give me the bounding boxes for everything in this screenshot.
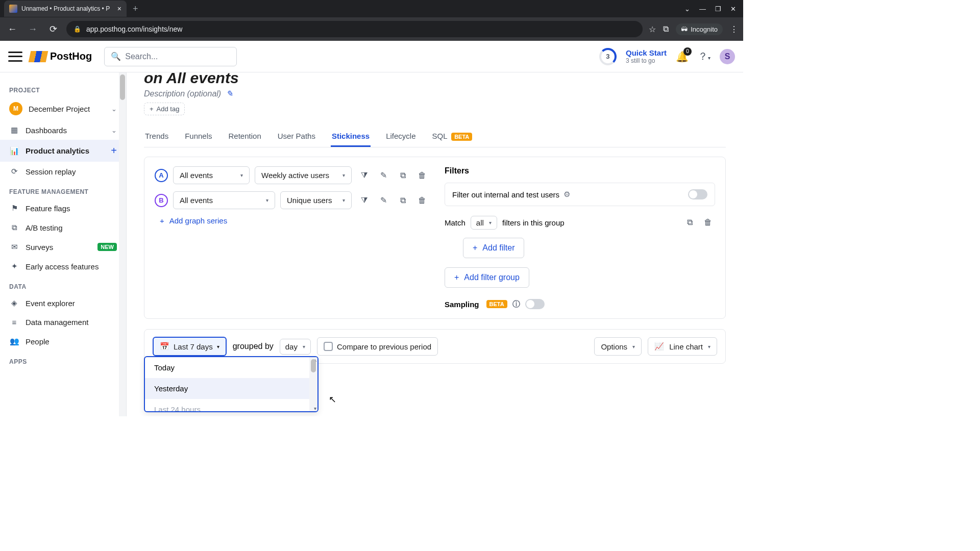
edit-icon[interactable]: ✎ (376, 193, 390, 208)
gear-icon[interactable]: ⚙ (564, 190, 570, 199)
chevron-down-icon: ▾ (303, 344, 305, 349)
match-mode-select[interactable]: all▾ (471, 216, 497, 230)
quick-start-progress[interactable]: 3 (599, 48, 617, 65)
help-button[interactable]: ？▾ (698, 49, 710, 63)
copy-group-icon[interactable]: ⧉ (682, 215, 697, 230)
browser-menu-icon[interactable]: ⋮ (730, 24, 738, 34)
plus-icon: + (160, 216, 164, 225)
reload-button[interactable]: ⟳ (46, 23, 60, 35)
sidebar-section-apps: APPS (0, 355, 126, 368)
series-a-metric-select[interactable]: Weekly active users▾ (255, 166, 352, 184)
plus-icon: + (150, 105, 154, 113)
sidebar-item-session-replay[interactable]: ⟳ Session replay (0, 162, 126, 181)
bookmark-icon[interactable]: ☆ (649, 24, 656, 34)
info-icon[interactable]: ⓘ (512, 299, 520, 309)
add-tag-button[interactable]: + Add tag (144, 103, 185, 115)
chevron-down-icon: ▾ (266, 197, 268, 203)
notifications-button[interactable]: 🔔0 (676, 51, 689, 63)
browser-tab[interactable]: Unnamed • Product analytics • P × (4, 1, 127, 17)
tab-trends[interactable]: Trends (144, 127, 169, 147)
sidebar-item-product-analytics[interactable]: 📊 Product analytics + (0, 140, 126, 162)
project-avatar: M (9, 102, 22, 115)
tab-sql[interactable]: SQL BETA (431, 127, 474, 147)
sidebar-item-dashboards[interactable]: ▦ Dashboards ⌄ (0, 120, 126, 140)
tab-funnels[interactable]: Funnels (184, 127, 213, 147)
date-option-yesterday[interactable]: Yesterday (145, 378, 317, 399)
address-bar[interactable]: 🔒 app.posthog.com/insights/new (66, 21, 643, 37)
filter-icon[interactable]: ⧩ (357, 193, 371, 208)
dropdown-scrollbar[interactable]: ▴ ▾ (309, 357, 317, 411)
chevron-down-icon: ▾ (342, 172, 345, 178)
insight-title[interactable]: on All events (144, 72, 726, 87)
close-window-icon[interactable]: ✕ (730, 5, 736, 13)
beta-badge: BETA (486, 300, 507, 308)
plus-icon[interactable]: + (111, 145, 117, 157)
forward-button: → (26, 24, 40, 35)
sidebar-item-ab-testing[interactable]: ⧉ A/B testing (0, 218, 126, 237)
new-tab-button[interactable]: + (127, 4, 144, 14)
group-interval-select[interactable]: day▾ (280, 339, 311, 355)
add-filter-button[interactable]: + Add filter (463, 238, 524, 258)
add-filter-group-button[interactable]: + Add filter group (445, 267, 529, 288)
date-option-today[interactable]: Today (145, 357, 317, 378)
series-b-event-select[interactable]: All events▾ (173, 191, 275, 209)
incognito-badge[interactable]: 🕶 Incognito (676, 23, 723, 35)
sidebar-item-people[interactable]: 👥 People (0, 332, 126, 351)
options-button[interactable]: Options▾ (594, 337, 642, 356)
sidebar-scrollbar[interactable] (119, 72, 126, 416)
delete-icon[interactable]: 🗑 (415, 168, 429, 183)
search-icon: 🔍 (111, 52, 121, 61)
back-button[interactable]: ← (5, 24, 19, 35)
filter-internal-users[interactable]: Filter out internal and test users ⚙ (445, 183, 715, 206)
sidebar-item-feature-flags[interactable]: ⚑ Feature flags (0, 198, 126, 218)
search-input[interactable]: 🔍 Search... (104, 47, 237, 66)
tab-retention[interactable]: Retention (228, 127, 262, 147)
user-avatar[interactable]: S (720, 49, 735, 64)
delete-group-icon[interactable]: 🗑 (701, 215, 715, 230)
sidebar-item-early-access[interactable]: ✦ Early access features (0, 257, 126, 276)
project-selector[interactable]: M December Project ⌄ (0, 97, 126, 120)
line-chart-icon: 📈 (654, 342, 664, 351)
add-series-button[interactable]: + Add graph series (155, 216, 429, 225)
incognito-icon: 🕶 (681, 26, 688, 33)
flag-icon: ⚑ (9, 204, 19, 213)
sidebar-item-data-management[interactable]: ≡ Data management (0, 313, 126, 332)
description-placeholder[interactable]: Description (optional) (144, 89, 221, 98)
series-a-marker: A (155, 169, 168, 182)
new-badge: NEW (97, 243, 117, 251)
date-range-button[interactable]: 📅 Last 7 days ▾ (153, 337, 227, 356)
series-a-event-select[interactable]: All events▾ (173, 166, 250, 184)
quick-start-link[interactable]: Quick Start 3 still to go (626, 48, 667, 64)
series-b-metric-select[interactable]: Unique users▾ (280, 191, 352, 209)
install-icon[interactable]: ⧉ (663, 24, 669, 34)
chevron-down-icon: ▾ (489, 220, 492, 226)
sidebar: PROJECT M December Project ⌄ ▦ Dashboard… (0, 72, 127, 416)
filter-icon[interactable]: ⧩ (357, 168, 371, 183)
date-option-last-24h[interactable]: Last 24 hours (145, 399, 317, 411)
sidebar-item-surveys[interactable]: ✉ Surveys NEW (0, 237, 126, 257)
delete-icon[interactable]: 🗑 (415, 193, 429, 208)
tab-user-paths[interactable]: User Paths (277, 127, 316, 147)
chevron-down-icon: ⌄ (111, 105, 117, 113)
maximize-icon[interactable]: ❐ (715, 5, 721, 13)
cursor-icon: ↖ (329, 394, 336, 405)
posthog-logo[interactable]: PostHog (30, 51, 92, 62)
ab-icon: ⧉ (9, 223, 19, 232)
compare-previous-checkbox[interactable]: Compare to previous period (317, 337, 438, 356)
copy-icon[interactable]: ⧉ (396, 168, 410, 183)
tab-stickiness[interactable]: Stickiness (331, 127, 371, 147)
copy-icon[interactable]: ⧉ (396, 193, 410, 208)
toggle-internal-users[interactable] (688, 189, 707, 199)
edit-icon[interactable]: ✎ (376, 168, 390, 183)
menu-toggle-button[interactable] (8, 52, 22, 62)
chevron-down-icon: ▾ (342, 197, 345, 203)
sampling-toggle[interactable] (525, 299, 545, 309)
edit-icon[interactable]: ✎ (226, 89, 233, 98)
close-tab-icon[interactable]: × (117, 5, 121, 13)
tab-title: Unnamed • Product analytics • P (21, 5, 110, 12)
minimize-icon[interactable]: ― (699, 5, 706, 13)
chevron-down-icon[interactable]: ⌄ (684, 5, 690, 13)
sidebar-item-event-explorer[interactable]: ◈ Event explorer (0, 293, 126, 313)
chart-type-select[interactable]: 📈 Line chart▾ (648, 337, 717, 356)
tab-lifecycle[interactable]: Lifecycle (385, 127, 416, 147)
